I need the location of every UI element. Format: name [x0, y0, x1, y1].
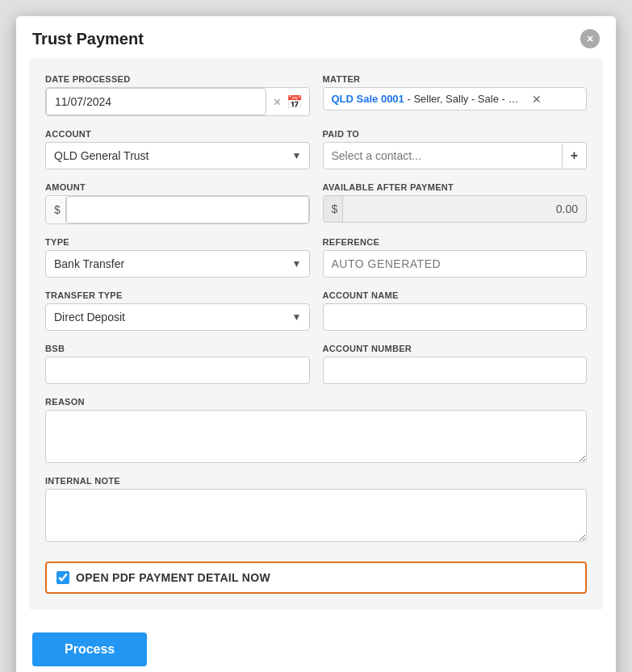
internal-note-label: INTERNAL NOTE	[45, 476, 587, 486]
available-amount-value: 0.00	[343, 196, 586, 222]
amount-input[interactable]	[66, 196, 309, 223]
available-currency-symbol: $	[324, 196, 344, 222]
paid-to-group: PAID TO +	[323, 129, 588, 169]
transfer-type-label: TRANSFER TYPE	[45, 290, 310, 300]
clear-date-icon[interactable]: ✕	[273, 96, 282, 108]
date-icons: ✕ 📅	[266, 94, 309, 110]
available-label: AVAILABLE AFTER PAYMENT	[323, 182, 588, 192]
account-select[interactable]: QLD General Trust	[45, 142, 310, 169]
account-select-wrapper: QLD General Trust ▼	[45, 142, 310, 169]
account-group: ACCOUNT QLD General Trust ▼	[45, 129, 310, 169]
account-name-group: ACCOUNT NAME	[323, 290, 588, 331]
internal-note-group: INTERNAL NOTE	[45, 476, 587, 542]
add-contact-button[interactable]: +	[562, 144, 586, 168]
reason-textarea[interactable]	[45, 410, 587, 463]
matter-tag-text: QLD Sale 0001 - Seller, Sally - Sale - O…	[332, 93, 525, 105]
bsb-input[interactable]	[45, 357, 310, 384]
matter-group: MATTER QLD Sale 0001 - Seller, Sally - S…	[323, 74, 588, 116]
bsb-label: BSB	[45, 344, 310, 353]
close-button[interactable]: ×	[580, 29, 600, 48]
reason-group: REASON	[45, 397, 587, 463]
modal-footer: Process	[16, 623, 616, 672]
account-number-group: ACCOUNT NUMBER	[323, 344, 588, 384]
bsb-group: BSB	[45, 344, 310, 384]
account-label: ACCOUNT	[45, 129, 310, 139]
amount-group: AMOUNT $	[45, 182, 310, 224]
matter-label: MATTER	[323, 74, 588, 84]
account-name-input[interactable]	[323, 303, 588, 331]
reference-group: REFERENCE	[323, 237, 588, 278]
paid-to-label: PAID TO	[323, 129, 588, 139]
modal-title: Trust Payment	[32, 30, 144, 48]
reason-label: REASON	[45, 397, 587, 407]
transfer-type-select[interactable]: Direct Deposit BPAY International	[45, 303, 310, 331]
matter-tag: QLD Sale 0001 - Seller, Sally - Sale - O…	[323, 87, 588, 111]
date-processed-input-wrapper: ✕ 📅	[45, 87, 310, 116]
paid-to-wrapper: +	[323, 142, 588, 169]
reference-label: REFERENCE	[323, 237, 588, 247]
type-label: TYPE	[45, 237, 310, 247]
pdf-checkbox[interactable]	[57, 571, 69, 584]
reference-input[interactable]	[323, 250, 588, 278]
modal: Trust Payment × DATE PROCESSED ✕ 📅 MATTE…	[16, 16, 616, 672]
internal-note-textarea[interactable]	[45, 489, 587, 542]
account-number-input[interactable]	[323, 357, 588, 384]
calendar-icon[interactable]: 📅	[287, 94, 303, 110]
amount-label: AMOUNT	[45, 182, 310, 192]
form-grid: DATE PROCESSED ✕ 📅 MATTER QLD Sale 0001 …	[45, 74, 587, 594]
transfer-type-group: TRANSFER TYPE Direct Deposit BPAY Intern…	[45, 290, 310, 331]
matter-highlight: QLD Sale 0001	[332, 93, 404, 105]
account-name-label: ACCOUNT NAME	[323, 290, 588, 300]
process-button[interactable]: Process	[32, 632, 147, 666]
matter-suffix: - Seller, Sally - Sale - Opene...	[404, 93, 525, 105]
date-processed-label: DATE PROCESSED	[45, 74, 310, 84]
amount-input-wrapper: $	[45, 195, 310, 224]
type-select-wrapper: Bank Transfer EFT Cheque Cash ▼	[45, 250, 310, 278]
date-processed-group: DATE PROCESSED ✕ 📅	[45, 74, 310, 116]
account-number-label: ACCOUNT NUMBER	[323, 344, 588, 353]
modal-header: Trust Payment ×	[16, 16, 616, 58]
modal-body: DATE PROCESSED ✕ 📅 MATTER QLD Sale 0001 …	[29, 58, 603, 610]
available-group: AVAILABLE AFTER PAYMENT $ 0.00	[323, 182, 588, 224]
amount-currency-symbol: $	[46, 197, 66, 223]
type-select[interactable]: Bank Transfer EFT Cheque Cash	[45, 250, 310, 278]
paid-to-input[interactable]	[324, 143, 562, 169]
date-processed-input[interactable]	[46, 88, 266, 115]
transfer-type-select-wrapper: Direct Deposit BPAY International ▼	[45, 303, 310, 331]
pdf-checkbox-label: Open PDF payment detail now	[76, 571, 270, 584]
available-amount-wrapper: $ 0.00	[323, 195, 588, 223]
matter-remove-icon[interactable]: ✕	[532, 94, 542, 105]
pdf-checkbox-group: Open PDF payment detail now	[45, 555, 587, 594]
type-group: TYPE Bank Transfer EFT Cheque Cash ▼	[45, 237, 310, 278]
pdf-checkbox-label-wrapper: Open PDF payment detail now	[45, 561, 587, 594]
